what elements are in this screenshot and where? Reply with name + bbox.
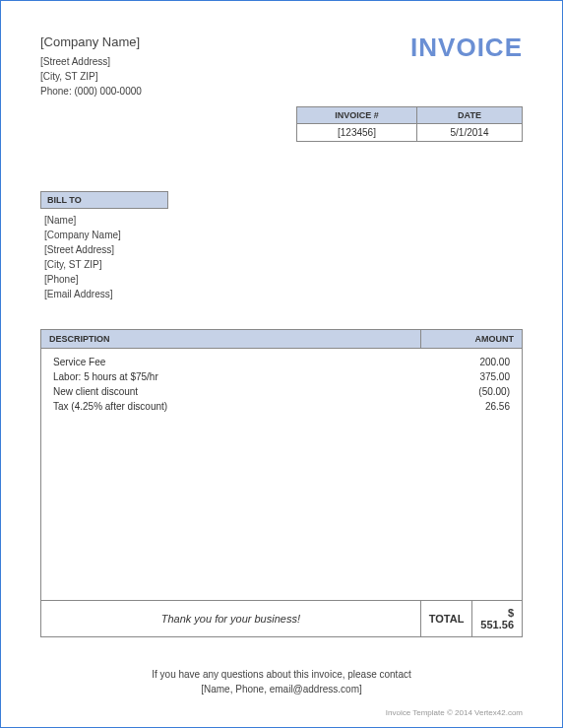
total-label: TOTAL <box>421 601 472 636</box>
company-street: [Street Address] <box>40 54 142 69</box>
company-city: [City, ST ZIP] <box>40 69 142 84</box>
bill-to-section: BILL TO [Name] [Company Name] [Street Ad… <box>40 191 523 301</box>
spacer <box>41 414 523 601</box>
invoice-date-label: DATE <box>416 106 522 123</box>
company-block: [Company Name] [Street Address] [City, S… <box>40 33 142 99</box>
bill-to-phone: [Phone] <box>44 272 523 287</box>
invoice-page: [Company Name] [Street Address] [City, S… <box>0 0 563 728</box>
total-value: $ 551.56 <box>472 601 522 636</box>
item-amount: 26.56 <box>420 399 522 414</box>
items-body: Service Fee 200.00 Labor: 5 hours at $75… <box>41 348 523 601</box>
item-description: Tax (4.25% after discount) <box>41 399 421 414</box>
bill-to-header: BILL TO <box>40 191 168 209</box>
meta-table: INVOICE # DATE [123456] 5/1/2014 <box>296 106 523 142</box>
col-amount: AMOUNT <box>420 329 522 348</box>
bill-to-lines: [Name] [Company Name] [Street Address] [… <box>40 209 523 301</box>
line-item: New client discount (50.00) <box>41 384 523 399</box>
thank-you-text: Thank you for your business! <box>41 601 421 637</box>
bill-to-company: [Company Name] <box>44 228 523 242</box>
header: [Company Name] [Street Address] [City, S… <box>40 33 523 99</box>
fineprint: Invoice Template © 2014 Vertex42.com <box>386 708 523 717</box>
footer-text: If you have any questions about this inv… <box>40 667 523 696</box>
company-name: [Company Name] <box>40 33 142 52</box>
col-description: DESCRIPTION <box>41 329 421 348</box>
footer-line1: If you have any questions about this inv… <box>40 667 523 682</box>
items-table: DESCRIPTION AMOUNT Service Fee 200.00 La… <box>40 329 523 638</box>
bill-to-street: [Street Address] <box>44 242 523 257</box>
item-amount: (50.00) <box>420 384 522 399</box>
invoice-number-label: INVOICE # <box>297 106 417 123</box>
company-phone: Phone: (000) 000-0000 <box>40 84 142 99</box>
invoice-number-value: [123456] <box>297 123 417 141</box>
invoice-title: INVOICE <box>410 33 523 63</box>
item-description: Service Fee <box>41 348 421 369</box>
bill-to-email: [Email Address] <box>44 287 523 301</box>
item-amount: 375.00 <box>420 369 522 384</box>
footer-line2: [Name, Phone, email@address.com] <box>40 682 523 696</box>
invoice-date-value: 5/1/2014 <box>416 123 522 141</box>
total-row: Thank you for your business! TOTAL $ 551… <box>41 601 523 637</box>
line-item: Labor: 5 hours at $75/hr 375.00 <box>41 369 523 384</box>
item-description: New client discount <box>41 384 421 399</box>
line-item: Service Fee 200.00 <box>41 348 523 369</box>
item-description: Labor: 5 hours at $75/hr <box>41 369 421 384</box>
bill-to-name: [Name] <box>44 213 523 228</box>
item-amount: 200.00 <box>420 348 522 369</box>
line-item: Tax (4.25% after discount) 26.56 <box>41 399 523 414</box>
bill-to-city: [City, ST ZIP] <box>44 257 523 272</box>
